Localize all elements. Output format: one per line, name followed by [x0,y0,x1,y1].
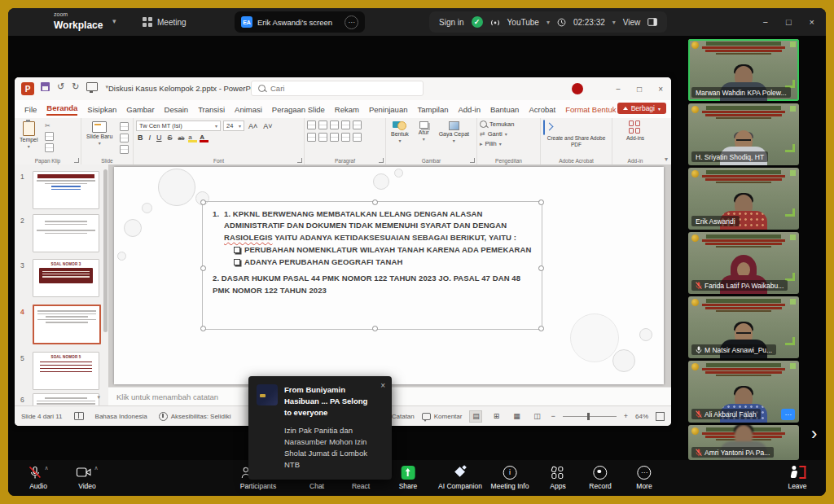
resize-handle[interactable] [200,326,206,331]
audio-options-chevron[interactable]: ∧ [44,465,48,471]
search-input[interactable]: Cari [251,81,424,96]
start-presentation-icon[interactable] [86,82,98,91]
chat-popup-close-icon[interactable]: × [380,381,385,390]
resize-handle[interactable] [372,326,378,331]
tab-animasi[interactable]: Animasi [235,105,262,114]
zoom-slider-knob[interactable] [587,413,590,420]
clipboard-dialog-launcher[interactable] [74,158,79,163]
tab-tampilan[interactable]: Tampilan [417,105,448,114]
meeting-info-button[interactable]: i Meeting Info [491,464,529,490]
slide-thumbnail-2[interactable] [33,214,99,252]
paste-button[interactable]: Tempel ▾ [17,121,41,155]
zoom-level[interactable]: 64% [635,413,648,420]
resize-handle[interactable] [538,199,544,205]
comments-toggle[interactable]: Komentar [422,413,463,420]
font-size-select[interactable]: 24 ▾ [223,121,244,131]
font-dialog-launcher[interactable] [297,158,302,163]
brand-chevron-icon[interactable]: ▾ [112,17,116,25]
resize-handle[interactable] [200,265,206,271]
zoom-workplace-brand[interactable]: zoom Workplace [54,11,103,31]
shrink-font-icon[interactable]: A˅ [261,122,274,130]
align-left-icon[interactable] [307,133,316,142]
accessibility-check[interactable]: Aksesibilitas: Selidiki [159,412,231,421]
zoom-slider[interactable] [563,416,617,417]
create-pdf-button[interactable]: Create and Share Adobe PDF [543,121,609,148]
panel-collapse-chevron[interactable]: ▾ [97,394,100,401]
save-icon[interactable] [41,82,50,91]
grow-font-icon[interactable]: A˄ [247,122,259,130]
share-document-button[interactable]: Berbagi ▾ [617,103,666,114]
tab-file[interactable]: File [24,105,37,114]
section-icon[interactable] [120,145,129,154]
tab-meeting[interactable]: Meeting [143,13,187,31]
replace-button[interactable]: ⇄ Ganti ▾ [480,130,538,138]
slide-text-box[interactable]: 1. 1. KPKNL BERWENANG MEMBATALKAN LELANG… [202,201,542,330]
view-layout-icon[interactable] [647,18,657,26]
decrease-indent-icon[interactable] [330,121,339,129]
tab-shared-screen[interactable]: EA Erik Aswandi's screen ⋯ [235,11,365,33]
align-right-icon[interactable] [330,133,339,142]
slide-thumbnail-4-selected[interactable] [33,305,101,344]
line-spacing-icon[interactable] [353,121,362,129]
minimize-button[interactable]: − [762,17,767,27]
char-spacing-icon[interactable]: ab [177,135,187,141]
video-options-chevron[interactable]: ∧ [94,465,98,471]
participant-tile[interactable]: Erik Aswandi [688,168,799,230]
italic-button[interactable]: I [147,134,153,142]
livestream-chevron-icon[interactable]: ▾ [546,19,550,26]
ppt-minimize-button[interactable]: − [616,85,621,94]
slide-thumbnail-1[interactable] [33,171,99,209]
tab-beranda[interactable]: Beranda [46,103,77,116]
paragraph-dialog-launcher[interactable] [379,158,384,163]
ai-companion-button[interactable]: AI Companion [438,464,482,490]
fit-slide-icon[interactable] [656,412,665,421]
shapes-button[interactable]: Bentuk ▾ [388,121,411,155]
view-button-label[interactable]: View [623,18,641,27]
current-slide-canvas[interactable]: 1. 1. KPKNL BERWENANG MEMBATALKAN LELANG… [114,167,664,384]
slide-sorter-view-button[interactable]: ⊞ [489,410,503,423]
tab-acrobat[interactable]: Acrobat [529,105,555,114]
tab-sisipkan[interactable]: Sisipkan [87,105,116,114]
align-center-icon[interactable] [318,133,327,142]
redo-icon[interactable]: ↻ [72,81,79,92]
tab-rekam[interactable]: Rekam [335,105,359,114]
arrange-button[interactable]: Atur ▾ [416,121,432,155]
resize-handle[interactable] [538,265,544,271]
proofing-book-icon[interactable] [74,412,84,420]
font-name-select[interactable]: Tw Cen MT (Isi) ▾ [136,121,221,131]
tab-peninjauan[interactable]: Peninjauan [369,105,408,114]
more-button[interactable]: ⋯ More [636,464,652,490]
zoom-in-button[interactable]: + [624,412,628,420]
drawing-dialog-launcher[interactable] [470,158,475,163]
participant-tile[interactable]: Farida Latif PA Waikabu... [688,232,799,294]
tab-format-bentuk[interactable]: Format Bentuk [565,105,616,114]
strikethrough-button[interactable]: S [166,134,174,142]
screen-tab-options-icon[interactable]: ⋯ [345,15,358,29]
addins-button[interactable]: Add-ins [615,121,656,142]
underline-button[interactable]: U [155,134,164,142]
sign-in-button[interactable]: Sign in [439,18,464,27]
slideshow-view-button[interactable]: ◫ [530,410,543,423]
format-painter-icon[interactable] [45,143,54,152]
tab-desain[interactable]: Desain [165,105,189,114]
normal-view-button[interactable]: ▤ [469,410,482,423]
audio-button[interactable]: ∧ Audio [28,464,48,490]
record-button[interactable]: Record [589,464,611,490]
layout-icon[interactable] [120,122,129,131]
reset-icon[interactable] [120,134,129,142]
highlight-color-button[interactable]: a [188,134,197,142]
thumbnail-scrollbar[interactable] [103,169,108,332]
close-button[interactable]: × [810,17,814,27]
new-slide-button[interactable]: Slide Baru ▾ [84,121,115,155]
increase-indent-icon[interactable] [341,121,350,129]
tab-peragaan-slide[interactable]: Peragaan Slide [272,105,325,114]
select-button[interactable]: ▸ Pilih ▾ [480,140,538,147]
resize-handle[interactable] [372,199,378,205]
security-shield-icon[interactable]: ✓ [472,16,483,28]
collapse-ribbon-chevron[interactable]: ▾ [665,156,668,163]
bullets-icon[interactable] [307,121,316,129]
bold-button[interactable]: B [136,134,145,142]
quick-styles-button[interactable]: Gaya Cepat ▾ [437,121,472,155]
resize-handle[interactable] [538,326,544,331]
apps-button[interactable]: Apps [550,464,565,490]
